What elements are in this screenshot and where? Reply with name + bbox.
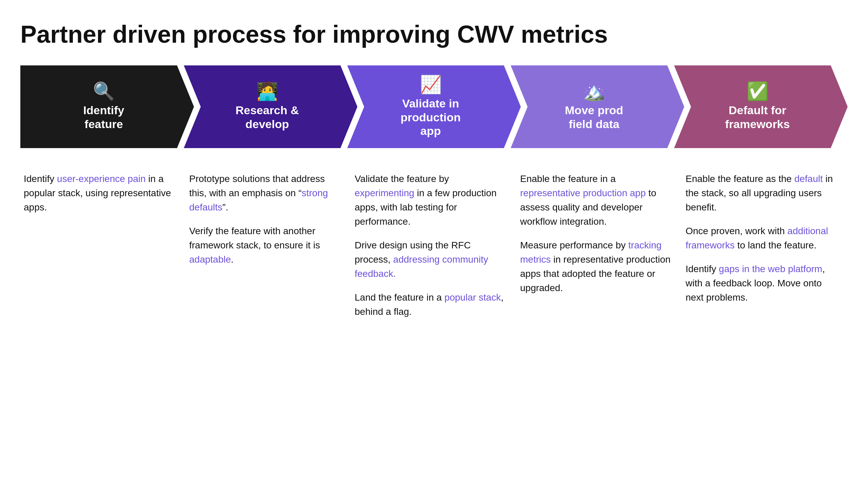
content-validate: Validate the feature by experimenting in… [351,168,517,322]
content-default: Enable the feature as the default in the… [682,168,848,308]
link-tracking-metrics[interactable]: tracking metrics [520,240,662,265]
link-additional-frameworks[interactable]: additional frameworks [686,226,828,250]
identify-label: Identifyfeature [83,103,124,131]
move-label: Move prodfield data [565,103,623,131]
arrow-shape-default: ✅ Default forframeworks [674,65,848,148]
default-label: Default forframeworks [725,103,790,131]
link-popular-stack[interactable]: popular stack [445,292,501,303]
page-title: Partner driven process for improving CWV… [20,20,848,48]
link-strong-defaults[interactable]: strong defaults [189,188,328,212]
link-user-experience-pain[interactable]: user-experience pain [57,174,146,184]
arrow-validate: 📈 Validate inproductionapp [347,65,521,148]
link-gaps-web-platform[interactable]: gaps in the web platform [719,264,822,274]
research-icon: 🧑‍💻 [256,82,278,100]
move-para-1: Enable the feature in a representative p… [520,172,672,229]
default-para-3: Identify gaps in the web platform, with … [686,262,837,305]
arrows-row: 🔍 Identifyfeature 🧑‍💻 Research &develop … [20,65,848,148]
validate-para-3: Land the feature in a popular stack, beh… [355,290,507,319]
link-adaptable[interactable]: adaptable [189,254,231,265]
arrow-shape-research: 🧑‍💻 Research &develop [184,65,357,148]
link-community-feedback[interactable]: addressing community feedback. [355,254,488,279]
validate-label: Validate inproductionapp [400,97,461,138]
content-move: Enable the feature in a representative p… [517,168,682,299]
content-identify: Identify user-experience pain in a popul… [20,168,186,218]
move-para-2: Measure performance by tracking metrics … [520,238,672,295]
validate-icon: 📈 [420,76,442,93]
default-para-2: Once proven, work with additional framew… [686,224,837,252]
validate-para-1: Validate the feature by experimenting in… [355,172,507,229]
research-label: Research &develop [235,103,299,131]
move-icon: 🏔️ [583,82,605,100]
content-research: Prototype solutions that address this, w… [186,168,351,270]
identify-icon: 🔍 [93,82,115,100]
content-row: Identify user-experience pain in a popul… [20,168,848,322]
arrow-shape-identify: 🔍 Identifyfeature [20,65,194,148]
arrow-shape-move: 🏔️ Move prodfield data [511,65,684,148]
arrow-move: 🏔️ Move prodfield data [511,65,684,148]
link-experimenting[interactable]: experimenting [355,188,414,198]
link-default[interactable]: default [794,174,823,184]
research-para-1: Prototype solutions that address this, w… [189,172,341,215]
validate-para-2: Drive design using the RFC process, addr… [355,238,507,281]
research-para-2: Verify the feature with another framewor… [189,224,341,267]
link-representative-production-app[interactable]: representative production app [520,188,646,198]
arrow-default: ✅ Default forframeworks [674,65,848,148]
arrow-shape-validate: 📈 Validate inproductionapp [347,65,521,148]
identify-para-1: Identify user-experience pain in a popul… [24,172,176,215]
default-icon: ✅ [747,82,769,100]
arrow-identify: 🔍 Identifyfeature [20,65,194,148]
default-para-1: Enable the feature as the default in the… [686,172,837,215]
arrow-research: 🧑‍💻 Research &develop [184,65,357,148]
